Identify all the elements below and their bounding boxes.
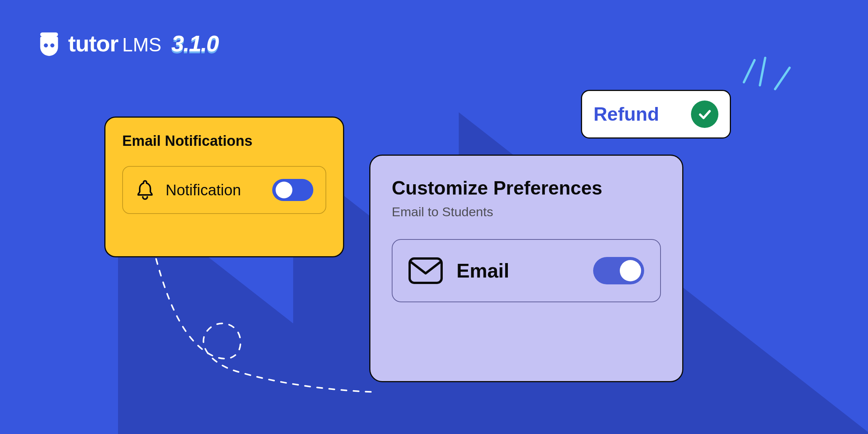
- notify-title: Email Notifications: [122, 133, 326, 149]
- spark-icon: [736, 53, 793, 98]
- email-toggle-row[interactable]: Email: [392, 239, 661, 302]
- brand-logo: tutor LMS 3.1.0: [36, 30, 218, 57]
- brand-suffix: LMS: [122, 34, 161, 56]
- bell-icon: [135, 179, 155, 201]
- customize-preferences-card: Customize Preferences Email to Students …: [369, 155, 683, 382]
- svg-rect-0: [40, 32, 58, 37]
- brand-name: tutor: [68, 31, 118, 56]
- tutor-logo-icon: [36, 31, 62, 57]
- svg-rect-6: [410, 258, 442, 283]
- svg-line-3: [744, 60, 755, 82]
- email-toggle[interactable]: [593, 257, 644, 284]
- email-toggle-label: Email: [456, 259, 579, 282]
- toggle-knob: [620, 260, 641, 281]
- prefs-title: Customize Preferences: [392, 177, 661, 199]
- envelope-icon: [408, 257, 443, 284]
- notification-toggle-label: Notification: [166, 182, 262, 199]
- toggle-knob: [276, 182, 292, 198]
- dashed-line-decoration: [145, 255, 388, 434]
- check-circle-icon: [691, 101, 718, 128]
- email-notifications-card: Email Notifications Notification: [104, 116, 344, 257]
- svg-line-5: [775, 68, 790, 89]
- refund-status-card: Refund: [581, 90, 731, 139]
- svg-point-2: [50, 43, 54, 47]
- brand-version: 3.1.0: [171, 30, 218, 57]
- notification-toggle[interactable]: [272, 179, 313, 201]
- refund-label: Refund: [594, 103, 676, 125]
- prefs-subtitle: Email to Students: [392, 204, 661, 219]
- svg-line-4: [760, 58, 765, 85]
- notification-toggle-row[interactable]: Notification: [122, 166, 326, 214]
- svg-point-1: [44, 43, 48, 47]
